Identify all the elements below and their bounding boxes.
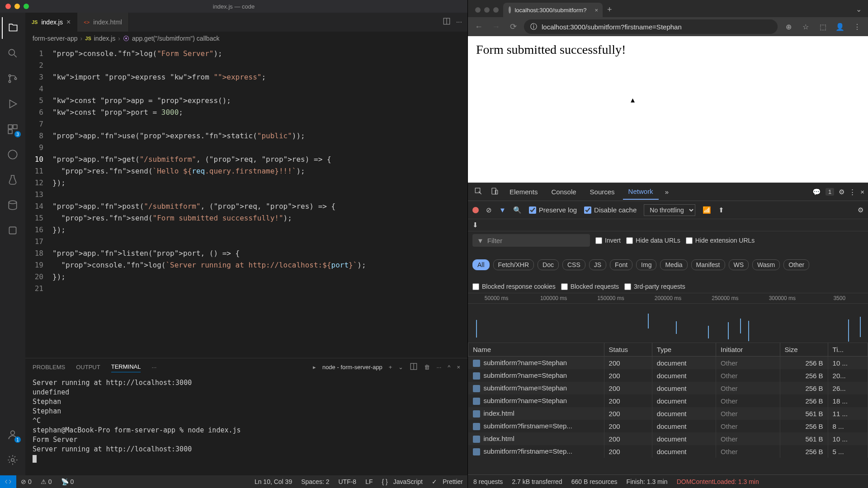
code-editor[interactable]: 123456789101112131415161718192021 "prop"…	[25, 45, 467, 358]
type-filter-font[interactable]: Font	[610, 259, 632, 270]
throttling-select[interactable]: No throttling	[644, 204, 695, 216]
minimize-window-button[interactable]	[484, 7, 490, 13]
terminal-dropdown-icon[interactable]: ⌄	[398, 364, 403, 371]
more-actions-icon[interactable]: ···	[456, 18, 462, 26]
tab-index-html[interactable]: <> index.html	[77, 13, 129, 32]
tab-more[interactable]: ···	[151, 362, 156, 372]
remote-explorer-icon[interactable]	[2, 144, 24, 165]
export-har-icon[interactable]: ⬇	[472, 221, 478, 229]
reload-button[interactable]: ⟳	[507, 22, 519, 32]
profile-icon[interactable]: 👤	[834, 23, 846, 31]
address-bar[interactable]: ⓘ localhost:3000/submitform?firstname=St…	[524, 19, 778, 34]
maximize-window-button[interactable]	[24, 4, 29, 9]
prettier-status[interactable]: ✓ Prettier	[427, 478, 467, 485]
database-icon[interactable]	[2, 194, 24, 216]
copilot-icon[interactable]	[2, 220, 24, 241]
new-tab-button[interactable]: +	[607, 5, 612, 14]
preserve-log-checkbox[interactable]: Preserve log	[529, 206, 577, 214]
request-row[interactable]: submitform?name=Stephan200documentOther2…	[468, 394, 868, 407]
type-filter-ws[interactable]: WS	[729, 259, 749, 270]
import-har-icon[interactable]: ⬆	[718, 206, 724, 214]
devtools-menu-icon[interactable]: ⋮	[849, 188, 856, 196]
testing-icon[interactable]	[2, 169, 24, 191]
third-party-requests-checkbox[interactable]: 3rd-party requests	[624, 283, 685, 290]
chrome-menu-icon[interactable]: ⋮	[851, 23, 863, 31]
request-row[interactable]: submitform?name=Stephan200documentOther2…	[468, 357, 868, 370]
new-terminal-icon[interactable]: +	[389, 364, 392, 371]
code-content[interactable]: "prop">console."fn">log("Form Server"); …	[52, 45, 467, 358]
encoding[interactable]: UTF-8	[334, 478, 361, 485]
maximize-panel-icon[interactable]: ^	[448, 364, 450, 371]
devtools-settings-icon[interactable]: ⚙	[839, 188, 844, 196]
type-filter-wasm[interactable]: Wasm	[752, 259, 780, 270]
launch-profile-icon[interactable]: ▸	[313, 364, 316, 371]
bookmark-icon[interactable]: ☆	[799, 23, 812, 31]
forward-button[interactable]: →	[490, 22, 502, 32]
request-row[interactable]: index.html200documentOther561 B11 ...	[468, 407, 868, 420]
blocked-response-cookies-checkbox[interactable]: Blocked response cookies	[472, 283, 556, 290]
source-control-icon[interactable]	[2, 68, 24, 89]
type-filter-other[interactable]: Other	[783, 259, 809, 270]
type-filter-doc[interactable]: Doc	[538, 259, 559, 270]
extensions-icon[interactable]: ⬚	[816, 23, 829, 31]
zoom-icon[interactable]: ⊕	[782, 23, 795, 31]
language-mode[interactable]: { } JavaScript	[377, 478, 427, 485]
tab-terminal[interactable]: TERMINAL	[111, 361, 141, 372]
terminal-output[interactable]: Server running at http://localhost:3000u…	[25, 375, 467, 475]
clear-button[interactable]: ⊘	[486, 206, 492, 214]
breadcrumb[interactable]: form-server-app › JS index.js › ⦿ app.ge…	[25, 32, 467, 45]
tab-console[interactable]: Console	[546, 184, 582, 199]
request-row[interactable]: submitform?name=Stephan200documentOther2…	[468, 382, 868, 394]
type-filter-img[interactable]: Img	[636, 259, 656, 270]
type-filter-all[interactable]: All	[472, 259, 490, 270]
column-header[interactable]: Initiator	[716, 343, 780, 357]
close-window-button[interactable]	[475, 7, 481, 13]
hide-extension-urls-checkbox[interactable]: Hide extension URLs	[686, 237, 755, 244]
inspect-element-icon[interactable]	[472, 184, 485, 199]
network-timeline[interactable]: 50000 ms100000 ms150000 ms200000 ms25000…	[468, 293, 868, 343]
type-filter-css[interactable]: CSS	[562, 259, 585, 270]
terminal-process[interactable]: node - form-server-app	[322, 364, 382, 371]
back-button[interactable]: ←	[472, 22, 485, 32]
search-icon[interactable]: 🔍	[513, 206, 522, 214]
tab-output[interactable]: OUTPUT	[76, 362, 100, 372]
filter-input[interactable]: ▼ Filter	[472, 234, 590, 247]
more-terminal-icon[interactable]: ···	[436, 364, 441, 371]
column-header[interactable]: Type	[652, 343, 716, 357]
close-window-button[interactable]	[5, 4, 11, 9]
issues-icon[interactable]: 💬	[812, 188, 821, 196]
cursor-position[interactable]: Ln 10, Col 39	[250, 478, 297, 485]
accounts-icon[interactable]: 1	[2, 424, 24, 446]
column-header[interactable]: Size	[780, 343, 828, 357]
type-filter-js[interactable]: JS	[589, 259, 606, 270]
disable-cache-checkbox[interactable]: Disable cache	[584, 206, 637, 214]
split-editor-icon[interactable]	[443, 17, 451, 27]
ports-count[interactable]: 📡0	[57, 478, 79, 485]
column-header[interactable]: Ti...	[828, 343, 868, 357]
device-toolbar-icon[interactable]	[488, 184, 501, 199]
errors-count[interactable]: ⊘0	[16, 478, 36, 485]
explorer-icon[interactable]	[2, 17, 24, 39]
search-icon[interactable]	[2, 42, 24, 64]
site-info-icon[interactable]: ⓘ	[530, 23, 537, 31]
remote-button[interactable]	[0, 475, 16, 488]
close-tab-icon[interactable]: ×	[66, 18, 71, 26]
minimize-window-button[interactable]	[14, 4, 20, 9]
invert-checkbox[interactable]: Invert	[595, 237, 621, 244]
request-row[interactable]: submitform?firstname=Step...200documentO…	[468, 420, 868, 432]
record-button[interactable]	[472, 207, 479, 213]
maximize-window-button[interactable]	[493, 7, 499, 13]
type-filter-manifest[interactable]: Manifest	[691, 259, 725, 270]
close-tab-icon[interactable]: ×	[594, 7, 598, 14]
close-devtools-icon[interactable]: ×	[860, 188, 864, 196]
more-tabs-icon[interactable]: »	[661, 184, 672, 199]
network-conditions-icon[interactable]: 📶	[703, 206, 711, 214]
split-terminal-icon[interactable]	[410, 362, 418, 372]
tab-network[interactable]: Network	[623, 184, 659, 200]
eol[interactable]: LF	[361, 478, 377, 485]
tab-elements[interactable]: Elements	[504, 184, 543, 199]
hide-data-urls-checkbox[interactable]: Hide data URLs	[626, 237, 680, 244]
tab-index-js[interactable]: JS index.js ×	[25, 13, 77, 32]
filter-toggle-icon[interactable]: ▼	[499, 206, 506, 214]
tab-problems[interactable]: PROBLEMS	[33, 362, 65, 372]
